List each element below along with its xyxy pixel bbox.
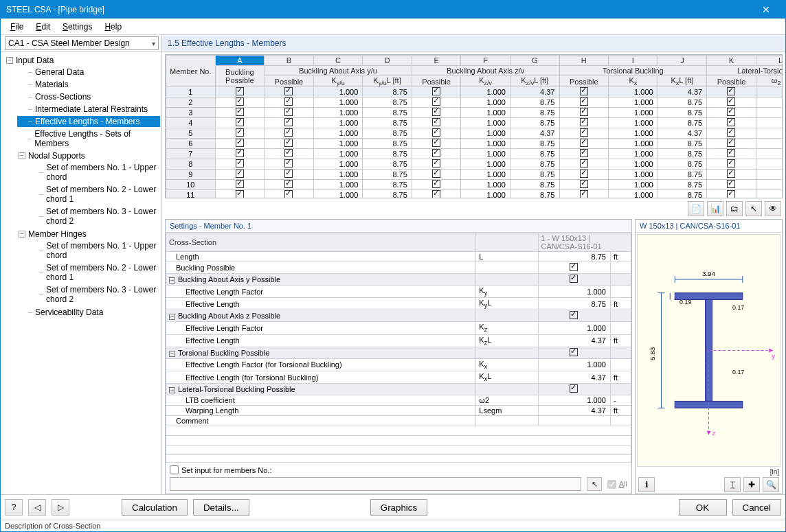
svg-text:0.17: 0.17 (732, 369, 744, 375)
svg-marker-19 (707, 431, 711, 435)
cross-section-title: W 150x13 | CAN/CSA-S16-01 (636, 220, 782, 233)
expand-icon[interactable]: − (19, 152, 25, 159)
settings-panel: Settings - Member No. 1 Cross-Section1 -… (165, 219, 632, 494)
tree-h2[interactable]: Set of members No. 2 - Lower chord 1 (46, 263, 159, 282)
bottom-toolbar: ? ◁ ▷ Calculation Details... Graphics OK… (1, 494, 785, 520)
expand-icon[interactable]: − (19, 231, 25, 238)
close-icon[interactable]: ✕ (752, 4, 780, 15)
menubar: File Edit Settings Help (1, 19, 785, 35)
table-row[interactable]: 101.0008.751.0008.751.0008.751.0008.75 (166, 180, 783, 190)
zoom-icon[interactable]: 🔍 (763, 477, 779, 492)
table-row[interactable]: 41.0008.751.0008.751.0008.751.0008.75 (166, 118, 783, 128)
all-checkbox (607, 480, 616, 489)
tree-n1[interactable]: Set of members No. 1 - Upper chord (46, 163, 159, 182)
details-button[interactable]: Details... (193, 499, 249, 516)
properties-table[interactable]: Cross-Section1 - W 150x13 | CAN/CSA-S16-… (166, 233, 631, 462)
titlebar: STEEL CSA - [Pipe bridge] ✕ (1, 1, 785, 19)
prev-page-icon[interactable]: ◁ (28, 499, 46, 516)
set-input-check[interactable]: Set input for members No.: (170, 465, 627, 474)
menu-settings[interactable]: Settings (57, 21, 98, 33)
settings-title: Settings - Member No. 1 (166, 220, 631, 233)
unit-label: [in] (636, 468, 782, 476)
graphics-button[interactable]: Graphics (370, 499, 427, 516)
pick-icon[interactable]: ↖ (745, 201, 762, 216)
svg-text:y: y (772, 352, 775, 360)
members-grid[interactable]: Member No.ABCDEFGHIJKLMNBuckling Possibl… (165, 54, 783, 198)
section-diagram: 3.94 5.83 (638, 235, 780, 466)
chevron-down-icon: ▾ (152, 40, 155, 47)
case-selector[interactable]: CA1 - CSA Steel Member Design ▾ (5, 36, 159, 50)
window: STEEL CSA - [Pipe bridge] ✕ File Edit Se… (0, 0, 786, 532)
menu-file[interactable]: File (5, 21, 29, 33)
next-page-icon[interactable]: ▷ (52, 499, 69, 516)
window-title: STEEL CSA - [Pipe bridge] (6, 5, 104, 14)
axes-icon[interactable]: ✚ (743, 477, 760, 492)
excel-icon[interactable]: 📊 (707, 201, 723, 216)
set-input-checkbox[interactable] (170, 465, 179, 474)
header-row: CA1 - CSA Steel Member Design ▾ 1.5 Effe… (1, 35, 785, 51)
select-icon[interactable]: 🗂 (726, 201, 743, 216)
nav-tree[interactable]: −Input Data ┄General Data ┄Materials ┄Cr… (1, 51, 162, 494)
cancel-button[interactable]: Cancel (732, 499, 782, 516)
svg-text:0.17: 0.17 (732, 304, 744, 311)
table-row[interactable]: 61.0008.751.0008.751.0008.751.0008.75 (166, 139, 783, 149)
svg-text:5.83: 5.83 (649, 347, 656, 360)
tree-input-data: Input Data (16, 56, 54, 65)
case-selector-label: CA1 - CSA Steel Member Design (8, 38, 130, 48)
tree-cross[interactable]: Cross-Sections (35, 92, 91, 102)
tree-n3[interactable]: Set of members No. 3 - Lower chord 2 (46, 207, 159, 226)
tree-materials[interactable]: Materials (35, 80, 69, 89)
table-row[interactable]: 21.0008.751.0008.751.0008.751.0008.75 (166, 97, 783, 108)
info-icon[interactable]: ℹ (638, 477, 655, 492)
tree-hinges[interactable]: Member Hinges (28, 229, 87, 239)
calculation-button[interactable]: Calculation (122, 499, 188, 516)
tree-h1[interactable]: Set of members No. 1 - Upper chord (46, 241, 159, 260)
tree-elm[interactable]: Effective Lengths - Members (35, 117, 140, 126)
check-icon[interactable] (570, 263, 578, 271)
menu-help[interactable]: Help (99, 21, 127, 33)
page-title: 1.5 Effective Lengths - Members (161, 35, 785, 51)
tree-n2[interactable]: Set of members No. 2 - Lower chord 1 (46, 185, 159, 204)
tree-service[interactable]: Serviceability Data (35, 308, 103, 317)
cross-section-view: W 150x13 | CAN/CSA-S16-01 3.94 (635, 219, 783, 494)
eye-icon[interactable]: 👁 (765, 201, 781, 216)
table-row[interactable]: 31.0008.751.0008.751.0008.751.0008.75 (166, 108, 783, 118)
svg-text:3.94: 3.94 (702, 270, 716, 277)
ok-button[interactable]: OK (679, 499, 727, 516)
grid-toolbar: 📄 📊 🗂 ↖ 👁 (165, 198, 783, 219)
tree-ilr[interactable]: Intermediate Lateral Restraints (35, 104, 148, 114)
table-row[interactable]: 91.0008.751.0008.751.0008.751.0008.75 (166, 170, 783, 180)
table-row[interactable]: 51.0008.751.0004.371.0004.371.0004.37 (166, 128, 783, 139)
expand-icon[interactable]: − (6, 57, 13, 64)
help-icon[interactable]: ? (5, 499, 23, 516)
table-row[interactable]: 11.0008.751.0004.371.0004.371.0004.37 (166, 87, 783, 97)
table-row[interactable]: 71.0008.751.0008.751.0008.751.0008.75 (166, 149, 783, 159)
svg-text:0.19: 0.19 (680, 299, 691, 305)
tree-general[interactable]: General Data (35, 67, 84, 77)
tree-nodal[interactable]: Nodal Supports (28, 151, 85, 161)
svg-text:z: z (712, 429, 715, 437)
table-row[interactable]: 81.0008.751.0008.751.0008.751.0008.75 (166, 159, 783, 170)
section-mode-icon[interactable]: ⌶ (724, 477, 741, 492)
pick-members-icon[interactable]: ↖ (587, 477, 602, 491)
menu-edit[interactable]: Edit (30, 21, 56, 33)
tree-h3[interactable]: Set of members No. 3 - Lower chord 2 (46, 285, 159, 304)
tree-elsm[interactable]: Effective Lengths - Sets of Members (34, 129, 159, 148)
status-bar: Description of Cross-Section (1, 520, 785, 531)
members-input[interactable] (170, 477, 581, 491)
export-icon[interactable]: 📄 (688, 201, 704, 216)
table-row[interactable]: 111.0008.751.0008.751.0008.751.0008.75 (166, 190, 783, 198)
